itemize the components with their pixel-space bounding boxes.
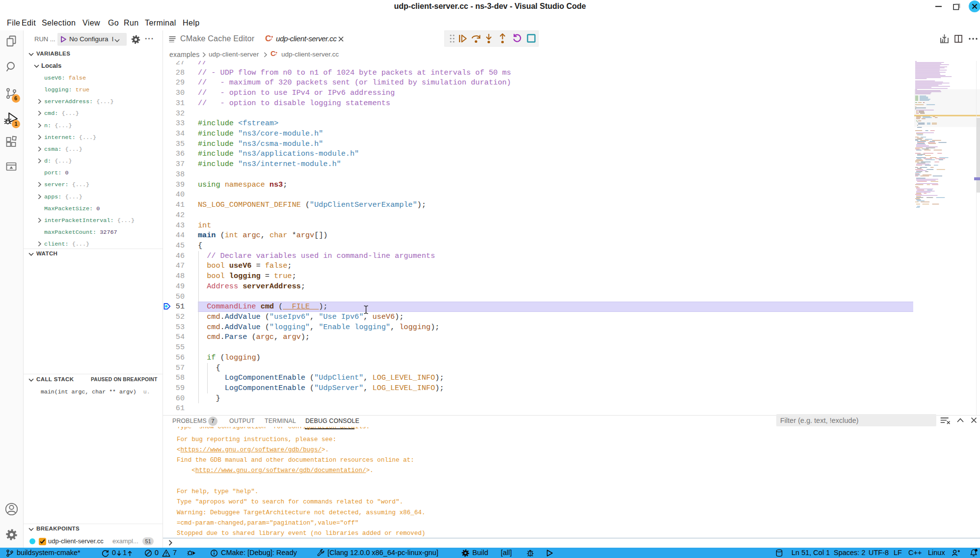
- svg-text:C: C: [271, 51, 276, 57]
- svg-text:C: C: [265, 34, 271, 43]
